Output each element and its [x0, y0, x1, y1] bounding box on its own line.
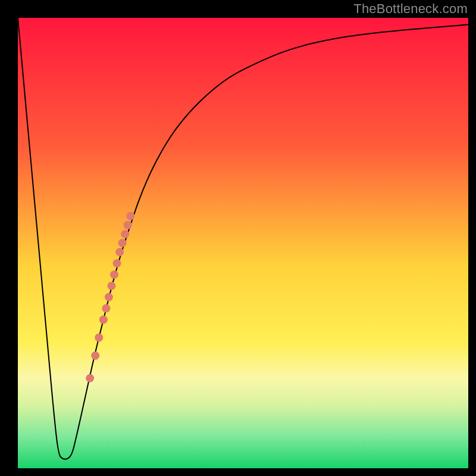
highlight-point	[105, 293, 113, 301]
highlight-point	[99, 315, 108, 324]
highlight-point	[121, 230, 129, 238]
watermark-text: TheBottleneck.com	[353, 1, 468, 17]
chart-frame: TheBottleneck.com	[0, 0, 476, 476]
highlight-point	[110, 270, 118, 278]
highlight-point	[126, 212, 134, 220]
highlight-point	[91, 352, 99, 360]
highlight-point	[86, 374, 94, 383]
highlight-point	[113, 259, 121, 268]
gradient-background	[18, 18, 468, 468]
chart-svg	[18, 18, 468, 468]
highlight-point	[107, 281, 115, 290]
highlight-point	[118, 239, 127, 248]
highlight-point	[115, 248, 124, 256]
highlight-point	[95, 333, 103, 342]
highlight-point	[124, 221, 132, 229]
highlight-point	[102, 304, 110, 312]
plot-area	[18, 18, 468, 468]
